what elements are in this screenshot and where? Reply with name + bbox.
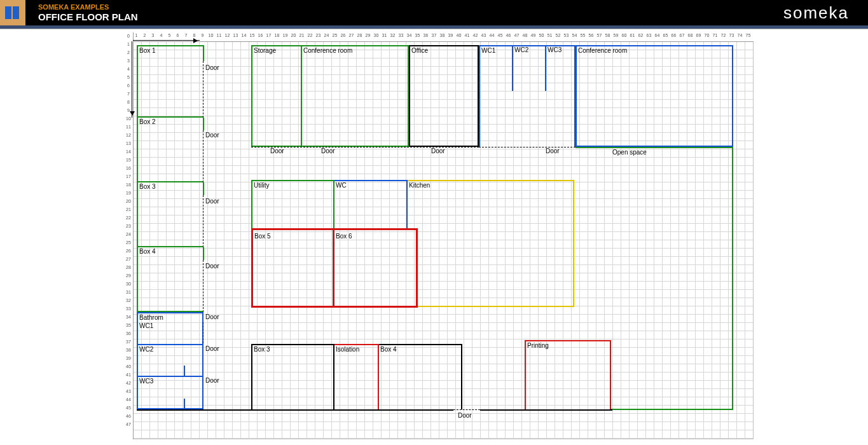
- door-wc2-bot-label: Door: [205, 345, 219, 352]
- label-box4-bot: Box 4: [380, 346, 397, 353]
- door-storage-label: Door: [270, 147, 284, 154]
- room-bathrom: Bathrom WC1: [137, 312, 203, 344]
- open-top-border: [575, 147, 612, 148]
- divider-wc12-top: [512, 45, 513, 91]
- door-conf1-label: Door: [321, 147, 335, 154]
- wall-box2-right-top: [203, 118, 204, 130]
- room-box3: Box 3: [137, 182, 203, 247]
- wall-box4-right-top: [203, 247, 204, 260]
- door-wc-top-dash: [479, 147, 575, 147]
- label-bathrom: Bathrom: [139, 314, 163, 321]
- label-storage: Storage: [254, 47, 276, 54]
- room-isolation: Isolation: [334, 344, 379, 409]
- room-open: Open space: [611, 147, 733, 410]
- label-utility: Utility: [254, 182, 269, 189]
- room-wc2-bot: WC2: [137, 344, 203, 376]
- floorplan-canvas[interactable]: 0123456789101112131415161718192021222324…: [124, 32, 754, 439]
- sheet[interactable]: 0123456789101112131415161718192021222324…: [0, 29, 868, 445]
- app-logo: [0, 0, 25, 25]
- door-conf1-dash: [303, 147, 409, 147]
- door-box1-dash: [203, 61, 203, 118]
- label-conf1: Conference room: [303, 47, 352, 54]
- divider-wc2-bot: [184, 366, 185, 376]
- door-office-dash: [410, 147, 479, 147]
- door-bathrom-label: Door: [205, 313, 219, 320]
- door-storage-dash: [251, 147, 302, 147]
- label-box1: Box 1: [139, 47, 156, 54]
- label-wc3-top: WC3: [548, 46, 561, 53]
- room-box4: Box 4: [137, 247, 203, 312]
- door-main-label: Door: [458, 412, 472, 419]
- room-box3-bot: Box 3: [251, 344, 334, 409]
- divider-wc3-bot: [184, 399, 185, 409]
- label-box2: Box 2: [139, 118, 156, 125]
- label-wc2-top: WC2: [514, 46, 528, 53]
- ruler-top: 0123456789101112131415161718192021222324…: [124, 32, 754, 42]
- label-box6: Box 6: [336, 233, 352, 240]
- axis-arrow-right: [133, 40, 200, 41]
- brand-logo: someka: [783, 3, 868, 23]
- wall-box3-right-top: [203, 182, 204, 195]
- door-office-label: Door: [431, 147, 445, 154]
- door-wc-top-label: Door: [546, 147, 560, 154]
- label-box4: Box 4: [139, 248, 156, 255]
- room-kitchen: Kitchen: [408, 180, 574, 307]
- divider-wc23-top: [545, 45, 546, 91]
- title-block: SOMEKA EXAMPLES OFFICE FLOOR PLAN: [38, 3, 138, 23]
- door-wc3-bot-label: Door: [205, 377, 219, 384]
- room-conf2: Conference room: [575, 45, 733, 147]
- label-isolation: Isolation: [336, 346, 359, 353]
- label-kitchen: Kitchen: [409, 182, 430, 189]
- label-wc2-bot: WC2: [139, 346, 153, 353]
- room-utility: Utility: [251, 180, 334, 229]
- room-conf1: Conference room: [302, 45, 409, 147]
- label-wc1-top: WC1: [481, 47, 495, 54]
- header-bar: SOMEKA EXAMPLES OFFICE FLOOR PLAN someka: [0, 0, 868, 25]
- room-printing: Printing: [525, 340, 611, 409]
- label-box3: Box 3: [139, 183, 156, 190]
- axis-arrow-down: [132, 41, 132, 118]
- wall-box1-right-top: [203, 45, 204, 61]
- door-box3-label: Door: [205, 198, 219, 205]
- door-main-dash: [453, 409, 480, 410]
- label-conf2: Conference room: [578, 47, 627, 54]
- label-box5: Box 5: [254, 233, 271, 240]
- svg-rect-0: [5, 6, 11, 19]
- label-printing: Printing: [527, 342, 549, 349]
- room-office: Office: [409, 45, 479, 147]
- open-bottom-right: [480, 409, 612, 411]
- svg-rect-1: [13, 6, 19, 19]
- room-box6: Box 6: [334, 228, 418, 308]
- door-box4-dash: [203, 260, 203, 312]
- page-title: OFFICE FLOOR PLAN: [38, 11, 138, 23]
- room-storage: Storage: [251, 45, 302, 147]
- label-box3-bot: Box 3: [254, 346, 270, 353]
- room-box2: Box 2: [137, 118, 203, 182]
- label-wc1-bot: WC1: [139, 322, 153, 329]
- door-box3-dash: [203, 195, 203, 247]
- door-box4-label: Door: [205, 263, 219, 270]
- label-wc-mid: WC: [336, 182, 347, 189]
- room-wc-mid: WC: [334, 180, 408, 229]
- room-wc1-top: WC1: [479, 45, 575, 147]
- label-wc3-bot: WC3: [139, 378, 153, 385]
- subtitle: SOMEKA EXAMPLES: [38, 3, 138, 11]
- door-box1-label: Door: [205, 64, 219, 71]
- room-wc3-bot: WC3: [137, 376, 203, 409]
- room-box1: Box 1: [137, 45, 203, 118]
- room-box4-bot: Box 4: [379, 344, 462, 409]
- open-bottom-left: [137, 409, 453, 411]
- label-office: Office: [411, 47, 428, 54]
- door-box2-dash: [203, 130, 203, 182]
- label-open: Open space: [612, 149, 647, 156]
- door-box2-label: Door: [205, 132, 219, 139]
- room-box5: Box 5: [251, 228, 334, 308]
